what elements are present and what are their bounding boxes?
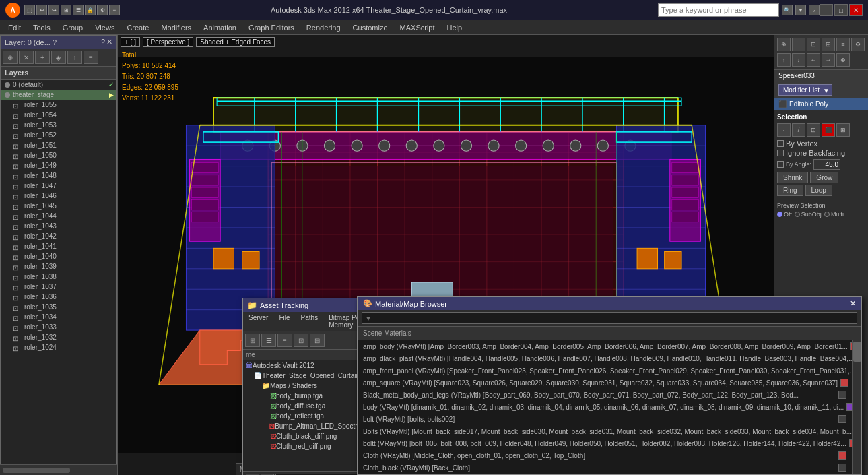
- menu-group[interactable]: Group: [57, 22, 89, 33]
- mb-row[interactable]: amp_front_panel (VRayMtl) [Speaker_Front…: [358, 365, 852, 377]
- layer-new-btn[interactable]: ⊕: [3, 51, 18, 64]
- tb-btn-6[interactable]: 🔒: [85, 5, 96, 15]
- rp-btn-1[interactable]: ⊕: [777, 38, 791, 51]
- viewport-nav-label[interactable]: + [ ]: [121, 37, 140, 47]
- mb-row[interactable]: Cloth (VRayMtl) [Middle_Cloth, open_clot…: [358, 449, 852, 462]
- menu-customize[interactable]: Customize: [347, 22, 393, 33]
- rp-btn-9[interactable]: ←: [807, 53, 820, 67]
- menu-modifiers[interactable]: Modifiers: [156, 22, 197, 33]
- by-vertex-checkbox[interactable]: [777, 140, 784, 147]
- viewport-shade-label[interactable]: Shaded + Edged Faces: [196, 37, 275, 47]
- tb-btn-8[interactable]: ≡: [109, 5, 120, 15]
- layer-item[interactable]: ⊡roler_1024: [1, 342, 116, 352]
- layer-item[interactable]: ⊡roler_1055: [1, 100, 116, 110]
- help-icon[interactable]: ?: [809, 5, 820, 15]
- menu-rendering[interactable]: Rendering: [301, 22, 346, 33]
- shrink-button[interactable]: Shrink: [777, 172, 808, 183]
- layer-item[interactable]: ⊡roler_1041: [1, 241, 116, 251]
- layer-item[interactable]: theater_stage▶: [1, 90, 116, 100]
- layer-move-btn[interactable]: ↑: [67, 51, 82, 64]
- mb-rows-container[interactable]: amp_body (VRayMtl) [Amp_Border003, Amp_B…: [358, 340, 852, 474]
- rp-btn-3[interactable]: ⊡: [807, 38, 820, 51]
- menu-help[interactable]: Help: [442, 22, 468, 33]
- at-tb-1[interactable]: ⊞: [245, 334, 260, 347]
- mb-row[interactable]: amp_body (VRayMtl) [Amp_Border003, Amp_B…: [358, 340, 852, 352]
- at-menu-paths[interactable]: Paths: [296, 312, 324, 331]
- by-angle-checkbox[interactable]: [777, 161, 784, 168]
- layer-item[interactable]: ⊡roler_1035: [1, 302, 116, 312]
- layer-item[interactable]: ⊡roler_1040: [1, 251, 116, 261]
- menu-edit[interactable]: Edit: [3, 22, 26, 33]
- menu-tools[interactable]: Tools: [28, 22, 56, 33]
- menu-create[interactable]: Create: [121, 22, 154, 33]
- tb-btn-7[interactable]: ⚙: [97, 5, 108, 15]
- layer-delete-btn[interactable]: ✕: [19, 51, 34, 64]
- sel-vertex-btn[interactable]: ·: [777, 123, 791, 137]
- tb-btn-3[interactable]: ↪: [48, 5, 59, 15]
- viewport-view-label[interactable]: [ Perspective ]: [143, 37, 193, 47]
- maximize-button[interactable]: □: [834, 4, 848, 16]
- at-tb-4[interactable]: ⊡: [294, 334, 308, 347]
- sel-border-btn[interactable]: ⊡: [807, 123, 820, 137]
- tb-btn-5[interactable]: ☰: [73, 5, 84, 15]
- search-options-icon[interactable]: ▼: [795, 5, 806, 15]
- layer-add-sel-btn[interactable]: +: [35, 51, 50, 64]
- rp-btn-5[interactable]: ≡: [836, 38, 850, 51]
- rp-btn-10[interactable]: →: [822, 53, 835, 67]
- grow-button[interactable]: Grow: [810, 172, 838, 183]
- layer-dialog-close[interactable]: ✕: [106, 38, 112, 46]
- by-angle-input[interactable]: [813, 159, 840, 170]
- tb-btn-1[interactable]: ⬚: [24, 5, 35, 15]
- layer-item[interactable]: ⊡roler_1037: [1, 282, 116, 292]
- at-tb-5[interactable]: ⊟: [310, 334, 325, 347]
- mb-row[interactable]: body (VRayMtl) [dinamik_01, dinamik_02, …: [358, 401, 852, 413]
- tb-btn-2[interactable]: ↩: [36, 5, 47, 15]
- layer-item[interactable]: ⊡roler_1042: [1, 231, 116, 241]
- sel-poly-btn[interactable]: ⬛: [822, 123, 835, 137]
- layer-dialog-help[interactable]: ?: [101, 38, 105, 46]
- mb-row[interactable]: Black_metal_body_and_legs (VRayMtl) [Bod…: [358, 389, 852, 401]
- rp-btn-8[interactable]: ↓: [792, 53, 805, 67]
- layer-item[interactable]: ⊡roler_1045: [1, 201, 116, 211]
- radio-off[interactable]: Off: [777, 211, 792, 218]
- mb-search-input[interactable]: [362, 312, 857, 324]
- mb-row[interactable]: amp_square (VRayMtl) [Square023, Square0…: [358, 377, 852, 389]
- minimize-button[interactable]: —: [820, 4, 833, 16]
- layer-item[interactable]: ⊡roler_1034: [1, 312, 116, 322]
- rp-btn-2[interactable]: ☰: [792, 38, 805, 51]
- loop-button[interactable]: Loop: [805, 185, 832, 196]
- layer-item[interactable]: ⊡roler_1047: [1, 181, 116, 191]
- menu-views[interactable]: Views: [90, 22, 120, 33]
- layer-item[interactable]: ⊡roler_1038: [1, 272, 116, 282]
- layer-item[interactable]: ⊡roler_1053: [1, 120, 116, 130]
- close-button[interactable]: ✕: [849, 4, 863, 16]
- rp-btn-7[interactable]: ↑: [777, 53, 791, 67]
- mb-row[interactable]: amp_dlack_plast (VRayMtl) [Handle004, Ha…: [358, 352, 852, 365]
- layer-item[interactable]: ⊡roler_1052: [1, 130, 116, 140]
- mb-row[interactable]: bolt (VRayMtl) [bolts, bolts002]: [358, 413, 852, 425]
- layer-item[interactable]: ⊡roler_1046: [1, 191, 116, 201]
- layer-select-btn[interactable]: ◈: [51, 51, 66, 64]
- layer-item[interactable]: 0 (default)✓: [1, 80, 116, 90]
- mb-row[interactable]: boltt (VRayMtl) [bolt_005, bolt_008, bol…: [358, 437, 852, 449]
- radio-subobj[interactable]: SubObj: [795, 211, 822, 218]
- layer-item[interactable]: ⊡roler_1051: [1, 140, 116, 150]
- layer-item[interactable]: ⊡roler_1048: [1, 170, 116, 181]
- layer-item[interactable]: ⊡roler_1049: [1, 160, 116, 170]
- menu-maxscript[interactable]: MAXScript: [395, 22, 440, 33]
- mb-row[interactable]: Bolts (VRayMtl) [Mount_back_side017, Mou…: [358, 425, 852, 437]
- radio-multi[interactable]: Multi: [824, 211, 844, 218]
- layer-more-btn[interactable]: ≡: [84, 51, 98, 64]
- mb-close-btn[interactable]: ✕: [850, 299, 856, 308]
- at-menu-file[interactable]: File: [273, 312, 295, 331]
- search-icon[interactable]: 🔍: [782, 5, 793, 15]
- search-input[interactable]: [658, 3, 779, 17]
- at-tb-2[interactable]: ☰: [261, 334, 276, 347]
- layer-item[interactable]: ⊡roler_1036: [1, 292, 116, 302]
- sel-element-btn[interactable]: ⊞: [836, 123, 850, 137]
- rp-btn-4[interactable]: ⊞: [822, 38, 835, 51]
- mb-vertical-scrollbar[interactable]: [852, 340, 861, 474]
- layers-list[interactable]: 0 (default)✓theater_stage▶⊡roler_1055⊡ro…: [1, 80, 116, 464]
- modifier-list-dropdown[interactable]: Modifier List ▼: [778, 84, 832, 96]
- tb-btn-4[interactable]: ⊞: [61, 5, 71, 15]
